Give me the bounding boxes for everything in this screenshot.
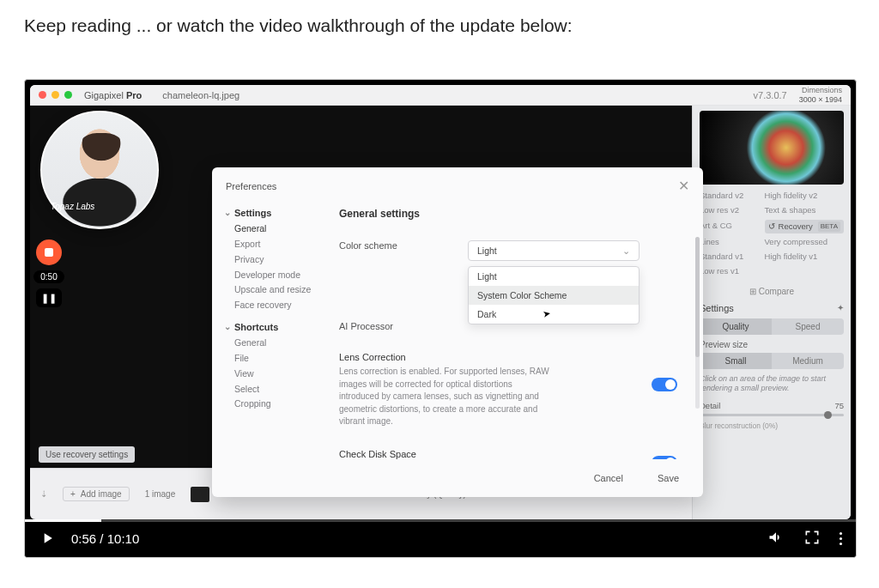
sidebar-group-shortcuts[interactable]: Shortcuts [224,322,322,332]
cancel-button[interactable]: Cancel [594,473,623,483]
fullscreen-icon[interactable] [803,529,821,549]
lens-correction-toggle[interactable] [652,378,677,391]
model-option[interactable]: Standard v2 [700,190,760,202]
model-option[interactable]: High fidelity v2 [765,190,844,202]
color-scheme-label: Color scheme [339,240,468,251]
model-grid[interactable]: Standard v2 High fidelity v2 Low res v2 … [700,190,844,278]
model-option[interactable]: Lines [700,236,760,248]
app-version: v7.3.0.7 [754,90,787,100]
lens-correction-title: Lens Correction [339,352,554,362]
blur-reconstruction-label: Blur reconstruction (0%) [700,421,844,430]
detail-value: 75 [834,401,844,410]
sidebar-item-developer[interactable]: Developer mode [234,268,322,283]
app-name: Gigapixel Pro [84,90,142,100]
recording-time: 0:50 [33,270,64,283]
disk-space-title: Check Disk Space [339,449,554,459]
sidebar-item-export[interactable]: Export [234,237,322,252]
vertical-scrollbar[interactable] [695,237,700,409]
disk-space-toggle[interactable] [652,456,677,459]
add-image-button[interactable]: + Add image [63,487,130,501]
zoom-window-button[interactable] [64,91,72,99]
traffic-lights[interactable] [39,91,72,99]
model-option[interactable]: Standard v1 [700,251,760,263]
chevron-down-icon: ⌄ [622,246,630,256]
more-menu-icon[interactable] [840,532,842,545]
model-option[interactable]: Text & shapes [765,204,844,216]
pause-recording-button[interactable]: ❚❚ [36,288,62,307]
lens-correction-desc: Lens correction is enabled. For supporte… [339,366,554,428]
model-option[interactable]: Low res v1 [700,265,760,277]
recovery-settings-tag[interactable]: Use recovery settings [39,446,135,463]
dialog-sidebar: Settings General Export Privacy Develope… [212,201,334,459]
volume-icon[interactable] [767,529,785,549]
sidebar-item-general[interactable]: General [234,221,322,237]
sidebar-item-sc-cropping[interactable]: Cropping [234,397,322,412]
lead-text: Keep reading ... or watch the video walk… [24,15,855,36]
close-icon[interactable]: ✕ [678,178,689,194]
ai-processor-label: AI Processor [339,321,468,331]
model-option[interactable]: High fidelity v1 [765,251,844,263]
sidebar-item-facerecovery[interactable]: Face recovery [234,298,322,313]
play-button[interactable] [39,530,56,547]
color-scheme-select[interactable]: Light ⌄ Light System Color Scheme Dark ➤ [468,240,688,261]
playback-time: 0:56 / 10:10 [71,531,139,546]
dropdown-option[interactable]: Dark [469,305,639,324]
model-option[interactable]: Art & CG [700,220,760,233]
stop-recording-button[interactable] [36,239,62,265]
quality-speed-toggle[interactable]: Quality Speed [700,318,844,335]
preferences-dialog: Preferences ✕ Settings General Export Pr… [212,167,703,497]
video-player-bar[interactable]: 0:56 / 10:10 [25,519,856,557]
progress-bar[interactable] [25,519,856,522]
recording-controls: 0:50 ❚❚ [33,239,64,307]
thumbnail[interactable] [191,487,209,502]
sidebar-group-settings[interactable]: Settings [224,208,322,218]
preview-hint: Click on an area of the image to start r… [700,374,844,394]
sidebar-item-sc-file[interactable]: File [234,351,322,367]
model-option-selected[interactable]: ↺ RecoveryBETA [765,220,844,233]
color-scheme-dropdown[interactable]: Light System Color Scheme Dark ➤ [468,266,640,324]
section-heading: General settings [339,208,688,220]
image-count: 1 image [145,489,176,499]
save-button[interactable]: Save [658,473,679,483]
sidebar-item-sc-general[interactable]: General [234,336,322,351]
dropdown-option[interactable]: Light [469,267,639,286]
model-option[interactable]: Very compressed [765,236,844,248]
presenter-facecam [40,111,159,229]
sidebar-item-sc-view[interactable]: View [234,367,322,382]
sidebar-item-upscale[interactable]: Upscale and resize [234,282,322,298]
preview-size-toggle[interactable]: Small Medium [700,353,844,369]
model-option[interactable]: Low res v2 [700,204,760,216]
close-window-button[interactable] [39,91,46,99]
window-titlebar: Gigapixel Pro chameleon-lq.jpeg v7.3.0.7… [30,85,851,106]
preview-size-label: Preview size [700,340,844,349]
side-panel: Standard v2 High fidelity v2 Low res v2 … [692,106,851,519]
presenter-label: Topaz Labs [51,202,94,211]
compare-button[interactable]: ⊞ Compare [700,287,844,296]
bolt-icon[interactable]: ✦ [837,303,844,312]
dimensions-readout: Dimensions 3000 × 1994 [799,86,842,105]
video-embed[interactable]: Gigapixel Pro chameleon-lq.jpeg v7.3.0.7… [24,79,857,558]
sidebar-item-privacy[interactable]: Privacy [234,252,322,268]
minimize-window-button[interactable] [52,91,59,99]
settings-heading: Settings [700,303,734,313]
dialog-title: Preferences [226,181,276,191]
sidebar-item-sc-select[interactable]: Select [234,382,322,397]
open-filename: chameleon-lq.jpeg [162,90,239,100]
preview-thumbnail[interactable] [700,111,844,185]
dropdown-option[interactable]: System Color Scheme [469,286,639,305]
detail-slider[interactable] [700,414,844,416]
